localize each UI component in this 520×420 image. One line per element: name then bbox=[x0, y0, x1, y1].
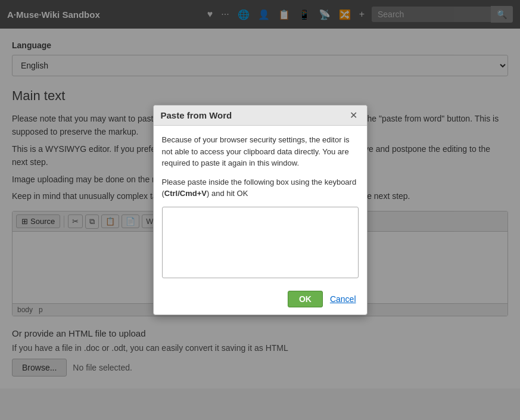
modal-security-desc: Because of your browser security setting… bbox=[162, 134, 359, 169]
paste-textarea[interactable] bbox=[162, 207, 359, 278]
modal-close-button[interactable]: ✕ bbox=[347, 111, 360, 120]
modal-cancel-button[interactable]: Cancel bbox=[328, 291, 359, 307]
modal-instruction: Please paste inside the following box us… bbox=[162, 176, 359, 200]
modal-header: Paste from Word ✕ bbox=[154, 105, 367, 126]
modal-footer: OK Cancel bbox=[154, 286, 367, 315]
modal-shortcut: Ctrl/Cmd+V bbox=[164, 189, 207, 198]
modal-body: Because of your browser security setting… bbox=[154, 126, 367, 286]
paste-from-word-modal: Paste from Word ✕ Because of your browse… bbox=[153, 105, 368, 315]
modal-overlay: Paste from Word ✕ Because of your browse… bbox=[0, 0, 520, 420]
modal-ok-button[interactable]: OK bbox=[288, 291, 323, 307]
modal-title: Paste from Word bbox=[161, 110, 232, 120]
